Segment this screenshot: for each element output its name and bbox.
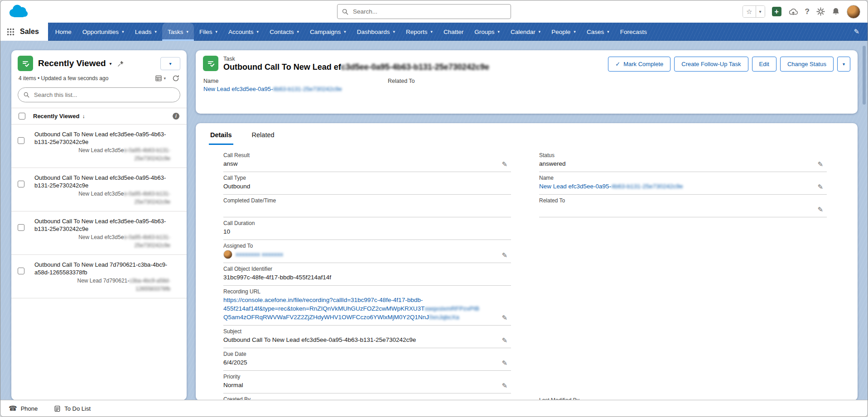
global-search-input[interactable] — [352, 8, 506, 15]
detail-column-left: Call Resultansw✎Call TypeOutboundComplet… — [223, 149, 511, 401]
sort-desc-icon: ↓ — [82, 113, 85, 120]
field-link[interactable]: Q5am4zOFRqRWVWaFV2Z2ZjZHdyWHV1OWFCczo6YW… — [223, 314, 429, 321]
more-actions-button[interactable]: ▾ — [837, 57, 850, 72]
create-follow-up-task-button[interactable]: Create Follow-Up Task — [674, 57, 748, 72]
tab-related[interactable]: Related — [251, 131, 276, 145]
field-label: Assigned To — [223, 243, 511, 249]
select-all-checkbox[interactable] — [19, 113, 25, 120]
list-item-subtitle-2: 25e730242c9e — [34, 155, 170, 162]
setup-gear-icon[interactable] — [816, 7, 825, 16]
list-item-subtitle-2: 25e730242c9e — [34, 198, 170, 206]
edit-icon[interactable]: ✎ — [817, 206, 823, 213]
favorites-chevron-icon[interactable]: ▾ — [756, 6, 765, 17]
nav-tab-reports[interactable]: Reports▾ — [400, 23, 438, 41]
record-action-buttons: ✓Mark CompleteCreate Follow-Up TaskEditC… — [608, 56, 850, 72]
utility-todo-list[interactable]: To Do List — [46, 400, 99, 417]
chevron-down-icon: ▾ — [574, 29, 576, 34]
edit-icon[interactable]: ✎ — [502, 337, 507, 344]
record-name-link[interactable]: New Lead efc3d5ee-0a95-4b63-b131-25e7302… — [203, 86, 342, 92]
field-value-line: New Lead efc3d5ee-0a95-4b63-b131-25e7302… — [539, 182, 811, 191]
field-value-line: xxxxxxxx xxxxxxx — [236, 250, 496, 259]
list-actions-menu-button[interactable]: ▾ — [160, 57, 180, 70]
favorites-star-icon[interactable]: ☆ — [743, 6, 756, 17]
column-spacer — [539, 217, 827, 394]
row-checkbox[interactable] — [18, 268, 24, 274]
chevron-down-icon: ▾ — [122, 29, 124, 34]
phone-icon: ☎ — [9, 404, 17, 412]
field-link[interactable]: 0xnJqbcXa — [429, 314, 459, 321]
edit-icon[interactable]: ✎ — [817, 183, 823, 190]
field-link[interactable]: 455f214af14f&type=rec&token=RnZIQnVkMUhG… — [223, 305, 424, 312]
field-link[interactable]: https://console.acefone.in/file/recordin… — [223, 297, 423, 303]
pin-list-icon[interactable] — [117, 60, 124, 67]
list-view-selector[interactable]: Recently Viewed ▾ — [38, 58, 112, 68]
highlight-related-label: Related To — [388, 78, 415, 84]
list-row[interactable]: Outbound Call To New Lead 7d790621-c3ba-… — [11, 255, 187, 298]
user-avatar[interactable] — [847, 5, 860, 19]
tab-details[interactable]: Details — [209, 131, 233, 145]
nav-tabs: HomeOpportunities▾Leads▾Tasks▾Files▾Acco… — [50, 23, 652, 41]
edit-icon[interactable]: ✎ — [502, 314, 507, 321]
notifications-bell-icon[interactable] — [832, 7, 840, 16]
salesforce-logo-icon — [8, 4, 29, 20]
list-item-subtitle: New Lead 7d790621-c3ba-4bc9-a58d- — [34, 277, 170, 284]
nav-tab-chatter[interactable]: Chatter — [438, 23, 469, 41]
field-row-call-duration: Call Duration10 — [223, 217, 511, 240]
quick-add-icon[interactable]: + — [772, 7, 781, 16]
search-icon — [342, 9, 348, 15]
list-item-title: Outbound Call To New Lead efc3d5ee-0a95-… — [34, 174, 170, 189]
field-link[interactable]: 4b63-b131-25e730242c9e — [611, 183, 683, 190]
field-value-text: answ — [223, 160, 238, 167]
nav-tab-accounts[interactable]: Accounts▾ — [223, 23, 264, 41]
edit-icon[interactable]: ✎ — [502, 359, 507, 366]
nav-tab-home[interactable]: Home — [50, 23, 77, 41]
nav-tab-campaigns[interactable]: Campaigns▾ — [304, 23, 352, 41]
field-value-line: answered — [539, 159, 811, 168]
column-header[interactable]: Recently Viewed — [33, 113, 79, 120]
row-checkbox[interactable] — [18, 224, 24, 231]
list-row[interactable]: Outbound Call To New Lead efc3d5ee-0a95-… — [11, 168, 187, 211]
nav-tab-cases[interactable]: Cases▾ — [581, 23, 615, 41]
edit-button[interactable]: Edit — [752, 57, 776, 72]
edit-icon[interactable]: ✎ — [817, 161, 823, 168]
field-link[interactable]: xwqxslxmRFPzxPIB — [424, 305, 479, 312]
nav-tab-tasks[interactable]: Tasks▾ — [162, 23, 194, 41]
global-search — [337, 4, 511, 19]
nav-tab-label: Dashboards — [357, 29, 390, 35]
mark-complete-button[interactable]: ✓Mark Complete — [608, 57, 670, 72]
app-launcher-icon[interactable] — [7, 28, 14, 36]
row-checkbox[interactable] — [18, 181, 24, 187]
field-value-line: 10 — [223, 227, 496, 236]
list-row[interactable]: Outbound Call To New Lead efc3d5ee-0a95-… — [11, 211, 187, 255]
nav-tab-groups[interactable]: Groups▾ — [469, 23, 505, 41]
nav-tab-calendar[interactable]: Calendar▾ — [505, 23, 546, 41]
change-status-button[interactable]: Change Status — [780, 57, 834, 72]
edit-icon[interactable]: ✎ — [502, 161, 507, 168]
edit-icon[interactable]: ✎ — [502, 382, 507, 389]
upload-cloud-icon[interactable] — [788, 8, 798, 16]
field-label: Call Result — [223, 152, 511, 158]
nav-tab-contacts[interactable]: Contacts▾ — [264, 23, 304, 41]
nav-tab-leads[interactable]: Leads▾ — [130, 23, 162, 41]
field-link[interactable]: xxxxxxxx xxxxxxx — [236, 251, 283, 258]
nav-tab-people[interactable]: People▾ — [546, 23, 581, 41]
list-search-input[interactable] — [33, 91, 174, 99]
field-value-text: 10 — [223, 228, 230, 235]
row-checkbox[interactable] — [18, 137, 24, 144]
refresh-icon[interactable] — [172, 75, 179, 82]
nav-tab-forecasts[interactable]: Forecasts — [615, 23, 652, 41]
utility-phone[interactable]: ☎ Phone — [0, 400, 46, 417]
list-row[interactable]: Outbound Call To New Lead efc3d5ee-0a95-… — [11, 125, 187, 168]
field-value-line: Q5am4zOFRqRWVWaFV2Z2ZjZHdyWHV1OWFCczo6YW… — [223, 313, 496, 321]
field-value-line: 31bc997c-48fe-4f17-bbdb-455f214af14f — [223, 273, 496, 282]
edit-icon[interactable]: ✎ — [502, 252, 507, 259]
page-scrollbar-thumb[interactable] — [863, 46, 866, 105]
nav-tab-dashboards[interactable]: Dashboards▾ — [352, 23, 400, 41]
nav-tab-files[interactable]: Files▾ — [194, 23, 223, 41]
nav-tab-opportunities[interactable]: Opportunities▾ — [77, 23, 130, 41]
list-meta-text: 4 items • Updated a few seconds ago — [19, 75, 108, 81]
nav-edit-pencil-icon[interactable]: ✎ — [854, 28, 859, 36]
display-as-icon[interactable]: ▾ — [155, 75, 166, 82]
field-link[interactable]: New Lead efc3d5ee-0a95- — [539, 183, 611, 190]
help-icon[interactable]: ? — [805, 7, 810, 16]
